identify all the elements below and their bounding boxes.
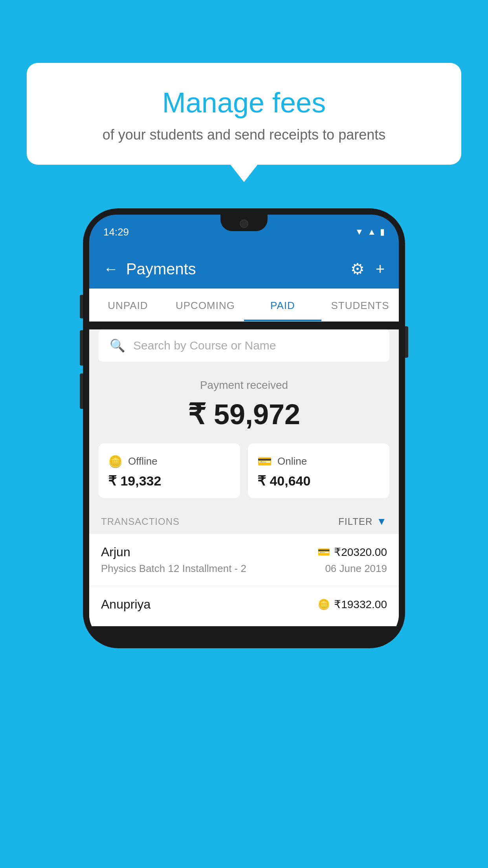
- transaction-row-top: Anupriya 🪙 ₹19332.00: [101, 597, 387, 612]
- phone-frame: 14:29 ▼ ▲ ▮ ← Payments: [83, 208, 405, 648]
- tab-students[interactable]: STUDENTS: [321, 289, 399, 321]
- settings-icon[interactable]: ⚙: [350, 260, 365, 278]
- transactions-label: TRANSACTIONS: [101, 516, 180, 527]
- volume-down-button: [80, 330, 83, 366]
- status-icons: ▼ ▲ ▮: [355, 227, 385, 237]
- tab-upcoming[interactable]: UPCOMING: [167, 289, 244, 321]
- tab-paid[interactable]: PAID: [244, 289, 321, 321]
- volume-up-button: [80, 295, 83, 318]
- offline-amount: ₹ 19,332: [108, 473, 231, 489]
- add-icon[interactable]: +: [376, 260, 385, 278]
- transaction-amount-wrap: 🪙 ₹19332.00: [317, 598, 387, 611]
- transactions-header: TRANSACTIONS FILTER ▼: [89, 508, 399, 534]
- phone-notch: [220, 215, 268, 231]
- silent-button: [80, 373, 83, 409]
- transaction-amount: ₹20320.00: [334, 546, 387, 559]
- online-label: Online: [277, 455, 307, 467]
- battery-icon: ▮: [380, 227, 385, 237]
- transaction-row-top: Arjun 💳 ₹20320.00: [101, 545, 387, 559]
- header-right: ⚙ +: [350, 260, 385, 278]
- online-amount: ₹ 40,640: [257, 473, 380, 489]
- payment-received-label: Payment received: [99, 379, 389, 392]
- tab-unpaid[interactable]: UNPAID: [89, 289, 167, 321]
- front-camera: [240, 219, 248, 228]
- offline-icon: 🪙: [108, 454, 123, 468]
- table-row[interactable]: Anupriya 🪙 ₹19332.00: [89, 586, 399, 626]
- online-card-header: 💳 Online: [257, 454, 380, 468]
- search-placeholder: Search by Course or Name: [133, 339, 276, 352]
- payment-cards: 🪙 Offline ₹ 19,332 💳 Online ₹ 40,640: [89, 443, 399, 508]
- transaction-name: Anupriya: [101, 597, 150, 612]
- speech-bubble: Manage fees of your students and send re…: [27, 63, 461, 165]
- wifi-icon: ▼: [355, 227, 363, 237]
- speech-bubble-container: Manage fees of your students and send re…: [27, 63, 461, 165]
- back-button[interactable]: ←: [103, 261, 118, 278]
- phone-bottom-bar: [89, 626, 399, 642]
- transaction-amount-wrap: 💳 ₹20320.00: [317, 546, 387, 559]
- filter-label: FILTER: [338, 516, 372, 527]
- filter-button[interactable]: FILTER ▼: [338, 515, 387, 528]
- header-title: Payments: [126, 260, 196, 278]
- payment-received-section: Payment received ₹ 59,972: [89, 362, 399, 443]
- offline-card: 🪙 Offline ₹ 19,332: [99, 443, 240, 498]
- payment-amount: ₹ 59,972: [99, 398, 389, 431]
- card-icon: 💳: [317, 546, 330, 558]
- bubble-title: Manage fees: [50, 86, 438, 119]
- offline-pay-icon: 🪙: [317, 598, 330, 611]
- online-card: 💳 Online ₹ 40,640: [248, 443, 389, 498]
- transaction-row-bottom: Physics Batch 12 Installment - 2 06 June…: [101, 563, 387, 575]
- status-time: 14:29: [103, 226, 129, 238]
- search-icon: 🔍: [110, 338, 125, 353]
- app-content: 🔍 Search by Course or Name Payment recei…: [89, 329, 399, 626]
- transaction-amount: ₹19332.00: [334, 598, 387, 611]
- transaction-name: Arjun: [101, 545, 130, 559]
- power-button: [405, 326, 408, 358]
- tabs-container: UNPAID UPCOMING PAID STUDENTS: [89, 289, 399, 322]
- online-icon: 💳: [257, 454, 272, 468]
- phone-device: 14:29 ▼ ▲ ▮ ← Payments: [83, 208, 405, 648]
- bubble-subtitle: of your students and send receipts to pa…: [50, 127, 438, 143]
- offline-label: Offline: [128, 455, 158, 467]
- transaction-date: 06 June 2019: [325, 563, 387, 575]
- phone-screen: 14:29 ▼ ▲ ▮ ← Payments: [89, 215, 399, 642]
- filter-icon: ▼: [376, 515, 387, 528]
- offline-card-header: 🪙 Offline: [108, 454, 231, 468]
- transaction-course: Physics Batch 12 Installment - 2: [101, 563, 246, 575]
- table-row[interactable]: Arjun 💳 ₹20320.00 Physics Batch 12 Insta…: [89, 534, 399, 586]
- signal-icon: ▲: [367, 227, 376, 237]
- search-bar[interactable]: 🔍 Search by Course or Name: [99, 329, 389, 362]
- status-bar: 14:29 ▼ ▲ ▮: [89, 215, 399, 249]
- app-header: ← Payments ⚙ +: [89, 249, 399, 289]
- header-left: ← Payments: [103, 260, 196, 278]
